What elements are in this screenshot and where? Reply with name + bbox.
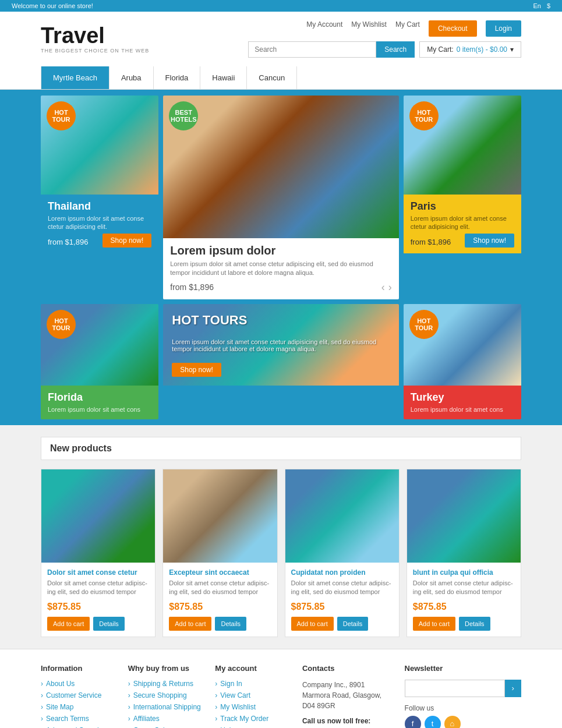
hotels-nav: ‹ › <box>381 281 392 294</box>
thailand-info: Thailand Lorem ipsum dolor sit amet cons… <box>41 195 158 253</box>
footer-link-affiliates[interactable]: Affiliates <box>133 715 160 723</box>
product-image-2 <box>285 469 399 563</box>
footer-link-view-cart[interactable]: View Cart <box>220 691 250 699</box>
footer-link-about[interactable]: About Us <box>46 680 75 688</box>
hot-tours-btn[interactable]: Shop now! <box>172 363 221 377</box>
product-price-3: $875.85 <box>413 602 515 612</box>
cart-chevron-icon: ▾ <box>510 45 514 54</box>
my-wishlist-link[interactable]: My Wishlist <box>351 20 387 37</box>
twitter-icon[interactable]: t <box>425 716 441 728</box>
add-to-cart-btn-1[interactable]: Add to cart <box>169 617 211 631</box>
product-name-0[interactable]: Dolor sit amet conse ctetur <box>47 568 149 577</box>
footer-link-customer-service[interactable]: Customer Service <box>46 691 101 699</box>
details-btn-1[interactable]: Details <box>215 617 246 631</box>
header-actions: Search My Cart: 0 item(s) - $0.00 ▾ <box>248 41 521 58</box>
footer-link-my-wishlist[interactable]: My Wishlist <box>220 703 256 711</box>
product-name-2[interactable]: Cupidatat non proiden <box>291 568 393 577</box>
product-actions-0: Add to cart Details <box>47 617 149 631</box>
thailand-bottom: from $1,896 Shop now! <box>48 234 151 248</box>
hotels-bottom: from $1,896 ‹ › <box>170 281 392 294</box>
search-input[interactable] <box>248 41 376 58</box>
logo-subtitle: THE BIGGEST CHOICE ON THE WEB <box>41 48 149 54</box>
top-bar-right: En $ <box>533 2 550 9</box>
tab-hawaii[interactable]: Hawaii <box>200 66 247 89</box>
florida-desc: Lorem ipsum dolor sit amet cons <box>48 405 151 414</box>
hotels-image: BESTHOTELS <box>163 96 399 238</box>
search-box: Search <box>248 41 415 58</box>
newsletter-form: › <box>405 680 521 697</box>
footer-grid: Information About Us Customer Service Si… <box>41 664 521 728</box>
turkey-title: Turkey <box>411 391 514 404</box>
add-to-cart-btn-3[interactable]: Add to cart <box>413 617 455 631</box>
tab-myrtle-beach[interactable]: Myrtle Beach <box>41 66 109 89</box>
rss-icon[interactable]: ⌂ <box>444 716 461 728</box>
facebook-icon[interactable]: f <box>405 716 421 728</box>
florida-badge-text: HOTTOUR <box>52 317 70 331</box>
new-products-section: New products Dolor sit amet conse ctetur… <box>0 425 562 649</box>
nav-tabs: Myrtle Beach Aruba Florida Hawaii Cancun <box>0 66 562 90</box>
footer-account-title: My account <box>215 664 291 673</box>
currency-selector[interactable]: $ <box>547 2 550 9</box>
florida-title: Florida <box>48 391 151 404</box>
footer-link-shipping[interactable]: Shipping & Returns <box>133 680 193 688</box>
next-icon[interactable]: › <box>388 281 392 294</box>
product-price-2: $875.85 <box>291 602 393 612</box>
hot-tours-title: HOT TOURS <box>172 313 390 328</box>
product-card-2: Cupidatat non proiden Dolor sit amet con… <box>285 469 400 637</box>
paris-title: Paris <box>411 200 514 213</box>
hero-card-thailand: HOTTOUR Thailand Lorem ipsum dolor sit a… <box>41 96 158 299</box>
thailand-shop-btn[interactable]: Shop now! <box>102 234 152 248</box>
paris-shop-btn[interactable]: Shop now! <box>465 234 514 248</box>
newsletter-submit-btn[interactable]: › <box>505 680 521 697</box>
hotels-badge-text: BESTHOTELS <box>171 109 197 123</box>
paris-badge: HOTTOUR <box>409 101 439 130</box>
product-actions-1: Add to cart Details <box>169 617 271 631</box>
footer-link-track-order[interactable]: Track My Order <box>220 715 268 723</box>
login-button[interactable]: Login <box>486 20 521 37</box>
tab-florida[interactable]: Florida <box>154 66 201 89</box>
florida-info: Florida Lorem ipsum dolor sit amet cons <box>41 386 158 419</box>
logo-title[interactable]: Travel <box>41 24 149 47</box>
product-price-0: $875.85 <box>47 602 149 612</box>
footer-why-list: Shipping & Returns Secure Shopping Inter… <box>128 680 204 728</box>
product-info-1: Excepteur sint occaecat Dolor sit amet c… <box>163 563 277 637</box>
product-image-1 <box>163 469 277 563</box>
details-btn-0[interactable]: Details <box>93 617 125 631</box>
footer-link-secure[interactable]: Secure Shopping <box>133 691 187 699</box>
products-grid: Dolor sit amet conse ctetur Dolor sit am… <box>41 469 521 637</box>
search-button[interactable]: Search <box>376 41 415 58</box>
top-bar: Welcome to our online store! En $ <box>0 0 562 12</box>
details-btn-3[interactable]: Details <box>459 617 490 631</box>
product-actions-2: Add to cart Details <box>291 617 393 631</box>
product-desc-3: Dolor sit amet conse ctetur adipisc-ing … <box>413 579 515 597</box>
add-to-cart-btn-0[interactable]: Add to cart <box>47 617 90 631</box>
welcome-text: Welcome to our online store! <box>12 2 93 9</box>
product-desc-1: Dolor sit amet conse ctetur adipisc-ing … <box>169 579 271 597</box>
footer-link-signin[interactable]: Sign In <box>220 680 242 688</box>
paris-bottom: from $1,896 Shop now! <box>411 234 514 248</box>
details-btn-2[interactable]: Details <box>337 617 369 631</box>
product-info-0: Dolor sit amet conse ctetur Dolor sit am… <box>41 563 155 637</box>
cart-dropdown[interactable]: My Cart: 0 item(s) - $0.00 ▾ <box>419 41 521 58</box>
florida-badge: HOTTOUR <box>47 310 76 339</box>
product-card-0: Dolor sit amet conse ctetur Dolor sit am… <box>41 469 155 637</box>
my-account-link[interactable]: My Account <box>306 20 342 37</box>
newsletter-input[interactable] <box>405 680 505 697</box>
product-card-3: blunt in culpa qui officia Dolor sit ame… <box>407 469 521 637</box>
hot-tours-overlay: HOT TOURS Lorem ipsum dolor sit amet con… <box>163 304 399 386</box>
product-name-1[interactable]: Excepteur sint occaecat <box>169 568 271 577</box>
my-cart-link[interactable]: My Cart <box>395 20 420 37</box>
language-selector[interactable]: En <box>533 2 540 9</box>
footer-link-intl-shipping[interactable]: International Shipping <box>133 703 201 711</box>
product-desc-2: Dolor sit amet conse ctetur adipisc-ing … <box>291 579 393 597</box>
tab-aruba[interactable]: Aruba <box>109 66 154 89</box>
prev-icon[interactable]: ‹ <box>381 281 385 294</box>
hero-grid-bottom: HOTTOUR Florida Lorem ipsum dolor sit am… <box>41 304 521 419</box>
footer-link-site-map[interactable]: Site Map <box>46 703 73 711</box>
footer-information-title: Information <box>41 664 116 673</box>
product-name-3[interactable]: blunt in culpa qui officia <box>413 568 515 577</box>
footer-link-search-terms[interactable]: Search Terms <box>46 715 89 723</box>
tab-cancun[interactable]: Cancun <box>247 66 297 89</box>
checkout-button[interactable]: Checkout <box>429 20 477 37</box>
add-to-cart-btn-2[interactable]: Add to cart <box>291 617 334 631</box>
